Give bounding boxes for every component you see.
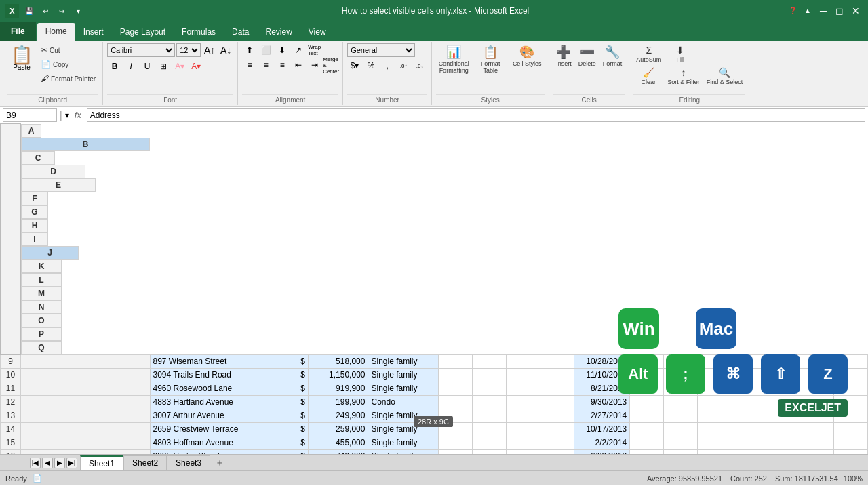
cell-address[interactable]: 2659 Crestview Terrace — [150, 422, 279, 436]
cell-currency-symbol[interactable]: $ — [279, 449, 308, 454]
shift-key[interactable]: ⇧ — [761, 354, 800, 394]
cell-n[interactable] — [732, 449, 766, 454]
cell-type[interactable]: Single family — [368, 354, 439, 368]
tab-file[interactable]: File — [0, 22, 36, 41]
cell-l[interactable] — [664, 422, 698, 436]
col-header-m[interactable]: M — [21, 287, 62, 300]
cell-g[interactable] — [473, 436, 507, 449]
decrease-indent-btn[interactable]: ⇤ — [291, 58, 306, 72]
win-key[interactable]: Win — [618, 308, 659, 349]
formula-expand-btn[interactable]: ▾ — [65, 110, 69, 120]
align-top-btn[interactable]: ⬆ — [242, 43, 257, 57]
cell-currency-symbol[interactable]: $ — [279, 422, 308, 436]
italic-button[interactable]: I — [123, 60, 138, 73]
cmd-key[interactable]: ⌘ — [713, 354, 753, 394]
row-number[interactable]: 13 — [1, 409, 21, 422]
col-header-b[interactable]: B — [21, 138, 150, 151]
col-header-g[interactable]: G — [21, 205, 48, 219]
cell-g[interactable] — [473, 409, 507, 422]
percent-btn[interactable]: % — [363, 59, 378, 73]
cell-n[interactable] — [732, 422, 766, 436]
cell-styles-button[interactable]: 🎨 Cell Styles — [509, 43, 545, 68]
cell-i[interactable] — [540, 436, 574, 449]
bold-button[interactable]: B — [107, 60, 122, 73]
wrap-text-btn[interactable]: Wrap Text — [307, 43, 322, 57]
cell-h[interactable] — [507, 382, 540, 395]
fill-color-button[interactable]: A▾ — [172, 60, 187, 73]
fill-button[interactable]: ⬇ Fill — [665, 43, 695, 64]
row-number[interactable]: 16 — [1, 449, 21, 454]
cell-g[interactable] — [473, 395, 507, 409]
cell-price[interactable]: 518,000 — [308, 354, 368, 368]
cell-a[interactable] — [21, 436, 151, 449]
sheet-tab-2[interactable]: Sheet2 — [123, 455, 167, 470]
cell-address[interactable]: 4960 Rosewood Lane — [150, 382, 279, 395]
cell-type[interactable]: Single family — [368, 436, 439, 449]
cell-f[interactable] — [439, 395, 473, 409]
col-header-h[interactable]: H — [21, 219, 48, 232]
cell-currency-symbol[interactable]: $ — [279, 395, 308, 409]
cell-g[interactable] — [473, 354, 507, 368]
cell-address[interactable]: 3007 Arthur Avenue — [150, 409, 279, 422]
cell-h[interactable] — [507, 422, 540, 436]
cell-price[interactable]: 249,900 — [308, 409, 368, 422]
increase-indent-btn[interactable]: ⇥ — [307, 58, 322, 72]
cell-f[interactable] — [439, 354, 473, 368]
dec-up-btn[interactable]: .0↑ — [396, 59, 411, 73]
cell-f[interactable] — [439, 436, 473, 449]
copy-button[interactable]: 📄 Copy — [38, 58, 98, 71]
cell-o[interactable] — [766, 436, 800, 449]
tab-data[interactable]: Data — [224, 24, 257, 41]
cell-l[interactable] — [664, 436, 698, 449]
col-header-j[interactable]: J — [21, 246, 79, 260]
col-header-l[interactable]: L — [21, 273, 62, 287]
cell-type[interactable]: Single family — [368, 422, 439, 436]
row-number[interactable]: 14 — [1, 422, 21, 436]
cell-m[interactable] — [698, 449, 732, 454]
mac-key[interactable]: Mac — [696, 308, 736, 349]
cell-a[interactable] — [21, 368, 151, 382]
minimize-btn[interactable]: ─ — [816, 4, 830, 18]
restore-btn[interactable]: ◻ — [833, 4, 846, 18]
tab-view[interactable]: View — [300, 24, 334, 41]
col-header-n[interactable]: N — [21, 300, 62, 314]
cell-l[interactable] — [664, 449, 698, 454]
cell-o[interactable] — [766, 422, 800, 436]
cell-f[interactable] — [439, 449, 473, 454]
cell-currency-symbol[interactable]: $ — [279, 409, 308, 422]
col-header-k[interactable]: K — [21, 260, 62, 273]
cell-p[interactable] — [800, 449, 833, 454]
conditional-formatting-button[interactable]: 📊 Conditional Formatting — [436, 43, 471, 75]
col-header-e[interactable]: E — [21, 178, 96, 192]
cell-f[interactable] — [439, 368, 473, 382]
insert-button[interactable]: ➕ Insert — [553, 43, 574, 68]
col-header-f[interactable]: F — [21, 192, 48, 205]
cell-q[interactable] — [833, 436, 867, 449]
cell-type[interactable]: Single family — [368, 409, 439, 422]
sheet-tab-1[interactable]: Sheet1 — [80, 455, 123, 470]
cell-type[interactable]: Single family — [368, 382, 439, 395]
cell-a[interactable] — [21, 382, 151, 395]
ribbon-toggle-btn[interactable]: ▲ — [802, 4, 814, 16]
cell-date[interactable]: 6/29/2013 — [574, 449, 630, 454]
name-box[interactable] — [3, 108, 57, 122]
cell-a[interactable] — [21, 395, 151, 409]
col-header-d[interactable]: D — [21, 165, 85, 178]
cell-i[interactable] — [540, 354, 574, 368]
row-number[interactable]: 10 — [1, 368, 21, 382]
cell-n[interactable] — [732, 436, 766, 449]
sheet-tab-3[interactable]: Sheet3 — [167, 455, 210, 470]
font-size-select[interactable]: 12 — [176, 43, 201, 57]
quick-save-btn[interactable]: 💾 — [23, 5, 35, 17]
tab-review[interactable]: Review — [257, 24, 300, 41]
undo-btn[interactable]: ↩ — [39, 5, 52, 17]
cell-address[interactable]: 3385 Harter Street — [150, 449, 279, 454]
cell-price[interactable]: 1,150,000 — [308, 368, 368, 382]
cell-address[interactable]: 897 Wiseman Street — [150, 354, 279, 368]
cell-address[interactable]: 4883 Hartland Avenue — [150, 395, 279, 409]
cell-m[interactable] — [698, 436, 732, 449]
cell-type[interactable]: Single family — [368, 449, 439, 454]
cell-i[interactable] — [540, 409, 574, 422]
cell-date[interactable]: 2/2/2014 — [574, 436, 630, 449]
borders-button[interactable]: ⊞ — [156, 60, 171, 73]
